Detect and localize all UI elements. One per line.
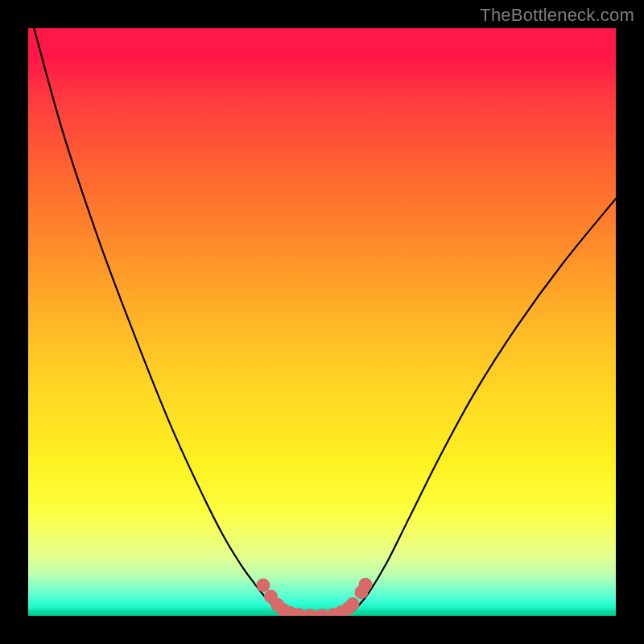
attribution-text: TheBottleneck.com xyxy=(480,5,634,26)
curve-marker xyxy=(257,579,270,592)
bottleneck-curve xyxy=(34,28,616,616)
curve-marker xyxy=(316,609,329,616)
curve-marker xyxy=(359,578,373,592)
plot-area xyxy=(28,28,616,616)
curve-markers xyxy=(257,578,373,616)
curve-marker xyxy=(303,609,317,616)
curve-marker xyxy=(345,597,359,611)
curve-layer xyxy=(28,28,616,616)
chart-frame: TheBottleneck.com xyxy=(0,0,644,644)
